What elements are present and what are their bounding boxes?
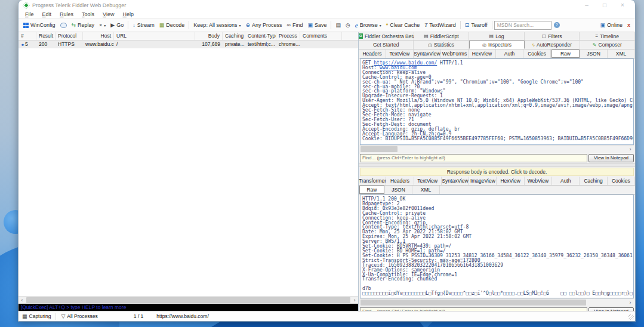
session-body-size: 107,689 <box>195 41 223 48</box>
capturing-toggle[interactable]: ▦ Capturing <box>22 313 51 319</box>
replay-button[interactable]: ⇆ Replay <box>69 22 97 28</box>
response-tab-auth[interactable]: Auth <box>552 177 580 185</box>
response-tab-textview[interactable]: TextView <box>414 177 442 185</box>
response-tab-imageview[interactable]: ImageView <box>469 177 497 185</box>
response-tab-caching[interactable]: Caching <box>580 177 607 185</box>
status-bar: ▦ Capturing ▽ All Processes 1 / 1 https:… <box>19 311 635 321</box>
tab-log[interactable]: ▤ Log <box>469 32 525 40</box>
request-tab-webforms[interactable]: WebForms <box>441 50 469 58</box>
response-tab-json[interactable]: JSON <box>385 186 412 194</box>
response-tab-xml[interactable]: XML <box>412 186 440 194</box>
session-list-hscrollbar[interactable]: ‹ › <box>19 296 358 304</box>
toolbar-close-button[interactable]: x <box>625 22 633 28</box>
tab-fiddler-orchestra[interactable]: FO Fiddler Orchestra Beta <box>359 32 414 40</box>
menu-tools[interactable]: Tools <box>78 11 98 17</box>
request-tab-raw[interactable]: Raw <box>551 50 580 58</box>
request-tab-cookies[interactable]: Cookies <box>523 50 551 58</box>
tab-composer[interactable]: ✎ Composer <box>580 41 635 49</box>
column-header-process[interactable]: Process <box>276 32 300 40</box>
column-header-host[interactable]: Host <box>83 32 114 40</box>
response-inspector-tabs: Transformer Headers TextView SyntaxView … <box>359 177 635 186</box>
request-response-splitter[interactable] <box>359 163 635 167</box>
tab-get-started[interactable]: Get Started <box>359 41 414 49</box>
scroll-right-arrow-icon[interactable]: › <box>351 297 358 304</box>
minimize-button[interactable]: – <box>578 1 596 10</box>
remove-sessions-button[interactable]: × ▾ <box>97 22 108 28</box>
resize-grip[interactable] <box>628 314 634 320</box>
column-header-protocol[interactable]: Protocol <box>56 32 83 40</box>
request-find-input[interactable] <box>360 154 587 162</box>
request-find-bar: View in Notepad <box>359 153 635 163</box>
textwizard-button[interactable]: T TextWizard <box>422 22 458 28</box>
scroll-left-arrow-icon[interactable]: ‹ <box>19 297 26 304</box>
request-tab-hexview[interactable]: HexView <box>469 50 496 58</box>
response-tab-webview[interactable]: WebView <box>525 177 552 185</box>
column-header-caching[interactable]: Caching <box>223 32 245 40</box>
request-tab-headers[interactable]: Headers <box>359 50 386 58</box>
response-encoded-notice[interactable]: Response body is encoded. Click to decod… <box>360 168 634 176</box>
process-filter-toggle[interactable]: ▽ All Processes <box>61 313 97 319</box>
clear-cache-button[interactable]: * Clear Cache <box>384 22 423 28</box>
response-tab-headers[interactable]: Headers <box>386 177 414 185</box>
response-tab-raw[interactable]: Raw <box>359 186 384 194</box>
tab-timeline[interactable]: ≡ Timeline <box>580 32 635 40</box>
msdn-search-input[interactable]: MSDN Search... <box>494 21 551 30</box>
online-indicator[interactable]: ▣ Online <box>597 22 625 28</box>
column-header-body[interactable]: Body <box>195 32 223 40</box>
any-process-button[interactable]: ⊕ Any Process <box>243 22 284 28</box>
response-tab-hexview[interactable]: HexView <box>497 177 524 185</box>
response-raw-hscrollbar[interactable]: › <box>360 298 634 306</box>
help-button[interactable]: ? <box>551 22 562 28</box>
screenshot-button[interactable]: ▤ <box>333 22 343 28</box>
request-view-in-notepad-button[interactable]: View in Notepad <box>588 154 634 162</box>
browser-icon: e <box>355 22 358 28</box>
close-button[interactable]: × <box>614 1 631 10</box>
tab-autoresponder[interactable]: ϟ AutoResponder <box>525 41 580 49</box>
browse-button[interactable]: e Browse ▾ <box>353 22 384 28</box>
response-tab-syntaxview[interactable]: SyntaxView <box>442 177 469 185</box>
request-tab-auth[interactable]: Auth <box>496 50 523 58</box>
menu-rules[interactable]: Rules <box>56 11 78 17</box>
menu-help[interactable]: Help <box>118 11 138 17</box>
maximize-button[interactable]: □ <box>596 1 614 10</box>
tab-filters[interactable]: ▢ Filters <box>525 32 580 40</box>
session-row[interactable]: ◂▸5 200 HTTPS www.baidu.com / 107,689 pr… <box>19 41 358 48</box>
tab-statistics[interactable]: ◷ Statistics <box>414 41 469 49</box>
comment-button[interactable] <box>58 23 69 28</box>
tearoff-button[interactable]: ⊡ Tearoff <box>463 22 490 28</box>
scroll-right-arrow-icon[interactable]: › <box>627 146 634 153</box>
scrollbar-thumb[interactable] <box>26 297 350 303</box>
winconfig-button[interactable]: WinConfig <box>21 22 58 28</box>
column-header-content-type[interactable]: Content-Type <box>245 32 276 40</box>
keep-sessions-dropdown[interactable]: Keep: All sessions ▾ <box>191 22 243 28</box>
stream-button[interactable]: ↓ Stream <box>130 22 157 28</box>
timer-button[interactable]: ◷ <box>343 22 353 28</box>
menu-file[interactable]: File <box>21 11 38 17</box>
menu-view[interactable]: View <box>98 11 118 17</box>
column-header-comments[interactable]: Comments <box>300 32 342 40</box>
request-tab-xml[interactable]: XML <box>608 50 635 58</box>
fiddler-window: Progress Telerik Fiddler Web Debugger – … <box>18 0 636 322</box>
menu-edit[interactable]: Edit <box>38 11 56 17</box>
request-tab-textview[interactable]: TextView <box>386 50 414 58</box>
go-button[interactable]: ▶ Go <box>108 22 126 28</box>
scrollbar-thumb[interactable] <box>360 146 398 152</box>
find-button[interactable]: ∞ Find <box>285 22 306 28</box>
quickexec-input[interactable]: [QuickExec] ALT+Q > type HELP to learn m… <box>19 304 358 311</box>
request-raw-view[interactable]: GET https://www.baidu.com/ HTTP/1.1 Host… <box>360 58 634 145</box>
response-raw-view[interactable]: HTTP/1.1 200 OK Bdpagetype: 2 Bdqid: 0x9… <box>360 195 634 298</box>
save-button[interactable]: ▣ Save <box>305 22 329 28</box>
response-tab-cookies[interactable]: Cookies <box>608 177 635 185</box>
column-header-number[interactable]: # <box>19 32 36 40</box>
scroll-right-arrow-icon[interactable]: › <box>627 300 634 306</box>
decode-button[interactable]: ▦ Decode <box>157 22 187 28</box>
request-tab-json[interactable]: JSON <box>580 50 608 58</box>
request-tab-syntaxview[interactable]: SyntaxView <box>414 50 441 58</box>
scrollbar-thumb[interactable] <box>360 300 586 306</box>
response-tab-transformer[interactable]: Transformer <box>359 177 386 185</box>
request-raw-hscrollbar[interactable]: › <box>360 145 634 153</box>
tab-inspectors[interactable]: ◎ Inspectors <box>469 41 525 49</box>
tab-fiddlerscript[interactable]: ▤ FiddlerScript <box>414 32 470 40</box>
column-header-url[interactable]: URL <box>114 32 195 40</box>
column-header-result[interactable]: Result <box>36 32 56 40</box>
